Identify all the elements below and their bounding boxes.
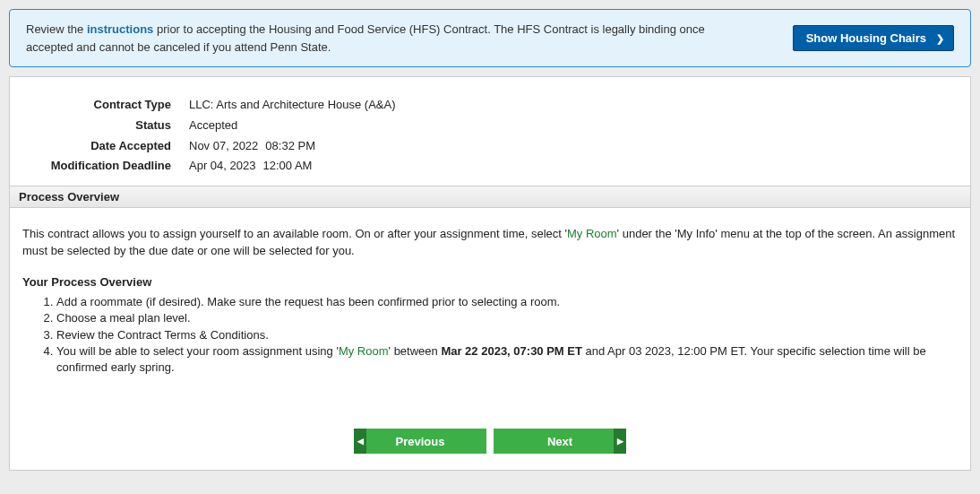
step4-a: You will be able to select your room ass… [56, 344, 339, 358]
overview-p1a: This contract allows you to assign yours… [22, 227, 567, 240]
row-contract-type: Contract Type LLC: Arts and Architecture… [31, 95, 949, 116]
section-body: This contract allows you to assign yours… [10, 208, 970, 411]
date-accepted-date: Nov 07, 2022 [189, 139, 258, 152]
previous-button[interactable]: ◀ Previous [354, 429, 486, 454]
overview-paragraph: This contract allows you to assign yours… [22, 226, 958, 260]
content-box: Contract Type LLC: Arts and Architecture… [9, 76, 971, 471]
section-header: Process Overview [10, 186, 970, 208]
label-contract-type: Contract Type [31, 95, 189, 116]
mod-deadline-date: Apr 04, 2023 [189, 159, 255, 172]
label-status: Status [31, 116, 189, 136]
next-button[interactable]: Next ▶ [494, 429, 626, 454]
triangle-right-icon: ▶ [614, 429, 626, 454]
step4-bold: Mar 22 2023, 07:30 PM ET [441, 344, 582, 358]
value-date-accepted: Nov 07, 202208:32 PM [189, 136, 949, 157]
row-status: Status Accepted [31, 116, 949, 136]
date-accepted-time: 08:32 PM [265, 136, 315, 157]
value-status: Accepted [189, 116, 949, 136]
row-date-accepted: Date Accepted Nov 07, 202208:32 PM [31, 136, 949, 157]
banner-text-pre: Review the [26, 22, 87, 36]
previous-label: Previous [396, 435, 445, 448]
nav-buttons-row: ◀ Previous Next ▶ [10, 411, 970, 470]
process-step-4: You will be able to select your room ass… [56, 342, 958, 375]
mod-deadline-time: 12:00 AM [262, 156, 312, 177]
chevron-right-icon: ❯ [936, 32, 944, 44]
info-banner: Review the instructions prior to accepti… [9, 9, 971, 67]
banner-button-label: Show Housing Chairs [806, 31, 926, 45]
banner-text: Review the instructions prior to accepti… [26, 21, 761, 56]
my-room-link-2[interactable]: My Room [339, 344, 389, 358]
step4-b: ' between [389, 344, 442, 358]
process-list: Add a roommate (if desired). Make sure t… [56, 293, 958, 376]
process-step-1: Add a roommate (if desired). Make sure t… [56, 293, 958, 310]
label-mod-deadline: Modification Deadline [31, 156, 189, 177]
label-date-accepted: Date Accepted [31, 136, 189, 157]
next-label: Next [547, 435, 572, 448]
contract-details: Contract Type LLC: Arts and Architecture… [10, 77, 970, 186]
process-step-3: Review the Contract Terms & Conditions. [56, 326, 958, 343]
value-mod-deadline: Apr 04, 202312:00 AM [189, 156, 949, 177]
show-housing-chairs-button[interactable]: Show Housing Chairs ❯ [793, 25, 954, 51]
process-step-2: Choose a meal plan level. [56, 309, 958, 326]
value-contract-type: LLC: Arts and Architecture House (A&A) [189, 95, 949, 116]
your-process-title: Your Process Overview [22, 274, 958, 291]
my-room-link[interactable]: My Room [567, 227, 617, 240]
row-mod-deadline: Modification Deadline Apr 04, 202312:00 … [31, 156, 949, 177]
instructions-link[interactable]: instructions [87, 22, 153, 36]
triangle-left-icon: ◀ [354, 429, 366, 454]
